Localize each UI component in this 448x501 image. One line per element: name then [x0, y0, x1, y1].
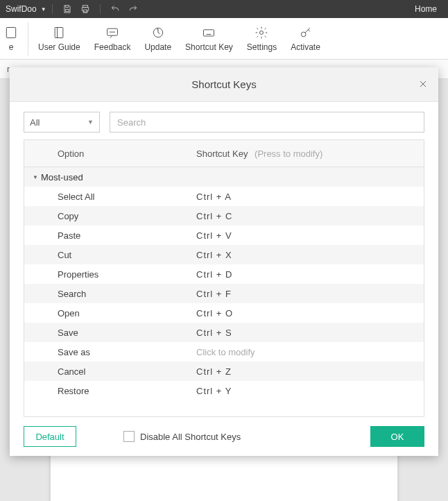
table-row[interactable]: SearchCtrl + F	[24, 284, 424, 303]
app-name-label: SwifDoo	[6, 4, 37, 14]
option-cell: Restore	[24, 386, 191, 396]
table-row[interactable]: SaveCtrl + S	[24, 323, 424, 342]
ribbon-label: Feedback	[94, 42, 131, 52]
separator	[52, 4, 53, 14]
option-cell: Search	[24, 289, 191, 299]
close-icon	[418, 79, 428, 89]
option-cell: Cut	[24, 250, 191, 260]
shortcut-cell: Ctrl + C	[191, 211, 424, 221]
filter-dropdown[interactable]: All ▼	[24, 112, 100, 133]
ok-button[interactable]: OK	[370, 426, 424, 447]
table-row[interactable]: CancelCtrl + Z	[24, 362, 424, 381]
table-row[interactable]: Save asClick to modify	[24, 342, 424, 362]
shortcut-cell: Ctrl + V	[191, 230, 424, 241]
ribbon-label: Shortcut Key	[185, 42, 233, 52]
disable-all-label: Disable All Shortcut Keys	[140, 432, 241, 442]
svg-point-16	[260, 31, 264, 34]
key-icon	[299, 26, 313, 40]
table-row[interactable]: PasteCtrl + V	[24, 226, 424, 245]
ribbon-label: e	[9, 42, 14, 52]
keyboard-icon	[202, 26, 216, 40]
refresh-icon	[151, 26, 165, 40]
ribbon-shortcut-key[interactable]: Shortcut Key	[178, 26, 240, 52]
ribbon-user-guide[interactable]: User Guide	[31, 26, 87, 52]
ribbon-label: Activate	[291, 42, 320, 52]
option-cell: Properties	[24, 269, 191, 280]
chevron-down-icon: ▼	[40, 6, 46, 12]
app-name-button[interactable]: SwifDoo ▼	[6, 4, 46, 14]
shortcut-cell: Click to modify	[191, 347, 424, 357]
search-input[interactable]	[110, 112, 424, 133]
table-row[interactable]: RestoreCtrl + Y	[24, 381, 424, 400]
ribbon-feedback[interactable]: Feedback	[87, 26, 138, 52]
book-icon	[52, 26, 66, 40]
table-row[interactable]: OpenCtrl + O	[24, 303, 424, 323]
svg-point-17	[301, 32, 306, 37]
ribbon-partial-item[interactable]: e	[4, 26, 25, 52]
separator	[28, 22, 28, 56]
header-key: Shortcut Key (Press to modify)	[191, 148, 424, 159]
shortcut-cell: Ctrl + S	[191, 328, 424, 338]
home-tab[interactable]: Home	[409, 0, 442, 18]
message-icon	[105, 26, 119, 40]
shortcut-cell: Ctrl + D	[191, 269, 424, 280]
ribbon-update[interactable]: Update	[137, 26, 178, 52]
gear-icon	[255, 26, 268, 40]
checkbox-icon	[123, 431, 135, 442]
svg-rect-4	[55, 27, 64, 37]
separator	[100, 4, 101, 14]
shortcut-cell: Ctrl + Z	[191, 366, 424, 377]
dialog-controls: All ▼	[10, 102, 438, 139]
filter-value: All	[30, 117, 40, 128]
dialog-header: Shortcut Keys	[10, 67, 438, 102]
ribbon-activate[interactable]: Activate	[284, 26, 327, 52]
shortcut-cell: Ctrl + X	[191, 250, 424, 260]
svg-rect-9	[204, 29, 214, 35]
chevron-down-icon: ▼	[87, 119, 94, 126]
option-cell: Save as	[24, 347, 191, 357]
option-cell: Paste	[24, 230, 191, 241]
table-row[interactable]: CopyCtrl + C	[24, 206, 424, 226]
dialog-title: Shortcut Keys	[191, 78, 256, 90]
table-row[interactable]: CutCtrl + X	[24, 245, 424, 264]
title-bar: SwifDoo ▼ Home	[0, 0, 448, 18]
ribbon-label: Settings	[247, 42, 277, 52]
header-option: Option	[24, 148, 191, 159]
header-key-label: Shortcut Key	[196, 148, 248, 159]
undo-icon[interactable]	[106, 4, 124, 14]
table-row[interactable]: PropertiesCtrl + D	[24, 264, 424, 284]
close-button[interactable]	[415, 76, 431, 92]
ribbon-label: User Guide	[38, 42, 80, 52]
header-hint: (Press to modify)	[250, 148, 322, 159]
group-label: Most-used	[41, 172, 83, 182]
ribbon-settings[interactable]: Settings	[240, 26, 284, 52]
shortcut-cell: Ctrl + A	[191, 192, 424, 202]
shortcut-cell: Ctrl + Y	[191, 386, 424, 396]
shortcut-cell: Ctrl + O	[191, 308, 424, 319]
option-cell: Cancel	[24, 366, 191, 377]
shortcut-keys-dialog: Shortcut Keys All ▼ Option Shortcut Key …	[10, 67, 438, 456]
print-icon[interactable]	[76, 4, 94, 14]
svg-rect-0	[65, 10, 69, 12]
option-cell: Select All	[24, 192, 191, 202]
dialog-footer: Default Disable All Shortcut Keys OK	[10, 417, 438, 456]
option-cell: Copy	[24, 211, 191, 221]
save-icon[interactable]	[58, 4, 76, 14]
default-button-label: Default	[35, 432, 64, 442]
table-body: ▼Most-usedSelect AllCtrl + ACopyCtrl + C…	[24, 167, 424, 417]
option-cell: Save	[24, 328, 191, 338]
group-row[interactable]: ▼Most-used	[24, 167, 424, 187]
table-row[interactable]: Select AllCtrl + A	[24, 187, 424, 206]
collapse-icon: ▼	[33, 174, 38, 180]
shortcut-table: Option Shortcut Key (Press to modify) ▼M…	[10, 139, 438, 417]
disable-all-checkbox[interactable]: Disable All Shortcut Keys	[89, 431, 358, 442]
ribbon-label: Update	[144, 42, 171, 52]
redo-icon[interactable]	[124, 4, 142, 14]
option-cell: Open	[24, 308, 191, 319]
ribbon-toolbar: e User Guide Feedback Update Shortcut Ke…	[0, 18, 448, 60]
home-tab-label: Home	[415, 4, 437, 14]
default-button[interactable]: Default	[24, 426, 76, 447]
ok-button-label: OK	[391, 432, 404, 442]
svg-rect-2	[83, 10, 87, 12]
table-header: Option Shortcut Key (Press to modify)	[24, 139, 424, 167]
